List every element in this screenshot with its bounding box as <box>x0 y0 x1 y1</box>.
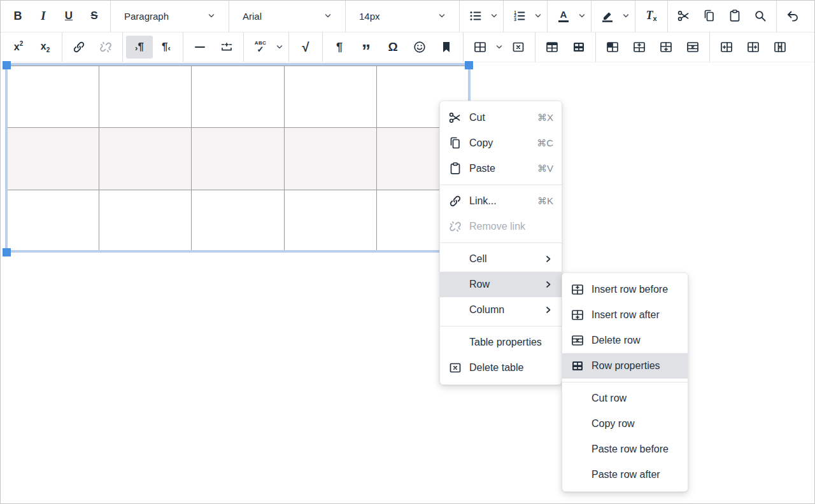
paragraph-format-value: Paragraph <box>124 11 169 22</box>
row-properties-button[interactable] <box>565 36 592 59</box>
paragraph-format-select[interactable]: Paragraph <box>114 4 225 27</box>
table-cell[interactable] <box>7 128 99 190</box>
table-cell[interactable] <box>99 128 192 190</box>
submenu-item-cut-row[interactable]: Cut row <box>562 386 688 411</box>
insert-column-before-icon <box>719 39 734 55</box>
submenu-item-insert-row-before[interactable]: Insert row before <box>562 277 688 302</box>
font-size-select[interactable]: 14px <box>349 4 456 27</box>
text-color-caret[interactable] <box>576 4 588 27</box>
emoji-button[interactable] <box>406 36 433 59</box>
cell-properties-button[interactable] <box>599 36 626 59</box>
delete-row-button[interactable] <box>679 36 706 59</box>
anchor-button[interactable] <box>433 36 460 59</box>
toolbar-separator <box>591 0 592 32</box>
menu-item-cut[interactable]: Cut ⌘X <box>440 105 562 130</box>
table-cell[interactable] <box>99 66 192 128</box>
submenu-item-row-properties[interactable]: Row properties <box>562 353 688 379</box>
menu-item-icon-placeholder <box>448 251 463 267</box>
submenu-item-paste-row-after[interactable]: Paste row after <box>562 462 688 487</box>
insert-column-before-button[interactable] <box>713 36 740 59</box>
menu-item-cell[interactable]: Cell <box>440 246 562 272</box>
menu-item-delete-table[interactable]: Delete table <box>440 355 562 381</box>
clear-formatting-button[interactable]: Tx <box>639 4 664 27</box>
toolbar-separator <box>709 32 710 62</box>
bullet-list-caret[interactable] <box>488 4 500 27</box>
table-resize-handle-bottom-left[interactable] <box>3 248 11 256</box>
toolbar-separator <box>110 0 111 32</box>
menu-item-remove-link[interactable]: Remove link <box>440 214 562 239</box>
cut-button[interactable] <box>671 4 697 27</box>
spellcheck-caret[interactable] <box>274 36 285 59</box>
square-root-button[interactable]: √ <box>292 36 319 59</box>
text-color-button[interactable]: A <box>551 4 576 27</box>
menu-item-label: Link... <box>469 195 530 207</box>
horizontal-rule-button[interactable] <box>187 36 213 59</box>
table-resize-handle-top-right[interactable] <box>465 61 473 69</box>
submenu-item-copy-row[interactable]: Copy row <box>562 411 688 437</box>
underline-button[interactable]: U <box>56 4 82 27</box>
highlight-color-button[interactable] <box>595 4 620 27</box>
highlight-color-caret[interactable] <box>620 4 632 27</box>
search-button[interactable] <box>748 4 773 27</box>
link-button[interactable] <box>66 36 92 59</box>
superscript-button[interactable]: x2 <box>5 36 32 59</box>
editor-table[interactable] <box>6 66 469 252</box>
insert-column-after-button[interactable] <box>740 36 767 59</box>
table-cell[interactable] <box>192 66 284 128</box>
table-cell[interactable] <box>7 190 99 251</box>
menu-item-label: Row <box>469 279 535 290</box>
menu-separator <box>562 382 688 382</box>
undo-button[interactable] <box>780 4 805 27</box>
numbered-list-caret[interactable] <box>532 4 544 27</box>
paste-button[interactable] <box>722 4 748 27</box>
spellcheck-button[interactable]: ABC✓ <box>247 36 274 59</box>
table-properties-button[interactable] <box>539 36 565 59</box>
table-cell[interactable] <box>284 190 376 251</box>
menu-item-row[interactable]: Row <box>440 272 562 297</box>
italic-button[interactable]: I <box>31 4 56 27</box>
insert-row-before-button[interactable] <box>626 36 653 59</box>
bold-button[interactable]: B <box>5 4 31 27</box>
table-cell[interactable] <box>99 190 192 251</box>
editor-canvas[interactable]: Cut ⌘X Copy ⌘C Paste ⌘V Link... ⌘K Remov… <box>0 62 815 503</box>
insert-table-caret[interactable] <box>493 36 505 59</box>
special-character-button[interactable]: Ω <box>379 36 406 59</box>
subscript-button[interactable]: x2 <box>32 36 59 59</box>
delete-table-button[interactable] <box>505 36 532 59</box>
menu-item-column[interactable]: Column <box>440 297 562 323</box>
submenu-item-delete-row[interactable]: Delete row <box>562 328 688 353</box>
table-cell[interactable] <box>284 66 376 128</box>
ltr-button[interactable]: ›¶ <box>126 36 153 59</box>
menu-item-table-properties[interactable]: Table properties <box>440 330 562 355</box>
font-family-select[interactable]: Arial <box>232 4 342 27</box>
menu-item-link[interactable]: Link... ⌘K <box>440 188 562 214</box>
page-break-button[interactable] <box>213 36 240 59</box>
menu-item-copy[interactable]: Copy ⌘C <box>440 130 562 156</box>
submenu-item-insert-row-after[interactable]: Insert row after <box>562 302 688 328</box>
bullet-list-button[interactable] <box>463 4 488 27</box>
table-cell[interactable] <box>192 128 284 190</box>
table-cell[interactable] <box>284 128 376 190</box>
table-row <box>7 66 469 128</box>
paragraph-mark-button[interactable]: ¶ <box>326 36 353 59</box>
unlink-button[interactable] <box>92 36 119 59</box>
menu-item-label: Delete table <box>469 362 553 374</box>
delete-column-button[interactable] <box>767 36 793 59</box>
menu-item-paste[interactable]: Paste ⌘V <box>440 156 562 181</box>
toolbar-separator <box>322 32 323 62</box>
strikethrough-button[interactable]: S <box>82 4 107 27</box>
blockquote-button[interactable]: ” <box>353 36 379 59</box>
table-resize-handle-top-left[interactable] <box>3 61 11 69</box>
toolbar-separator <box>459 0 460 32</box>
submenu-item-paste-row-before[interactable]: Paste row before <box>562 437 688 462</box>
numbered-list-button[interactable]: 123 <box>507 4 532 27</box>
rtl-button[interactable]: ¶‹ <box>153 36 180 59</box>
text-color-bar <box>558 20 569 22</box>
table-cell[interactable] <box>7 66 99 128</box>
insert-table-button[interactable] <box>467 36 493 59</box>
copy-button[interactable] <box>697 4 722 27</box>
chevron-down-icon <box>621 11 631 21</box>
horizontal-rule-icon <box>192 39 208 55</box>
insert-row-after-button[interactable] <box>653 36 679 59</box>
table-cell[interactable] <box>192 190 284 251</box>
